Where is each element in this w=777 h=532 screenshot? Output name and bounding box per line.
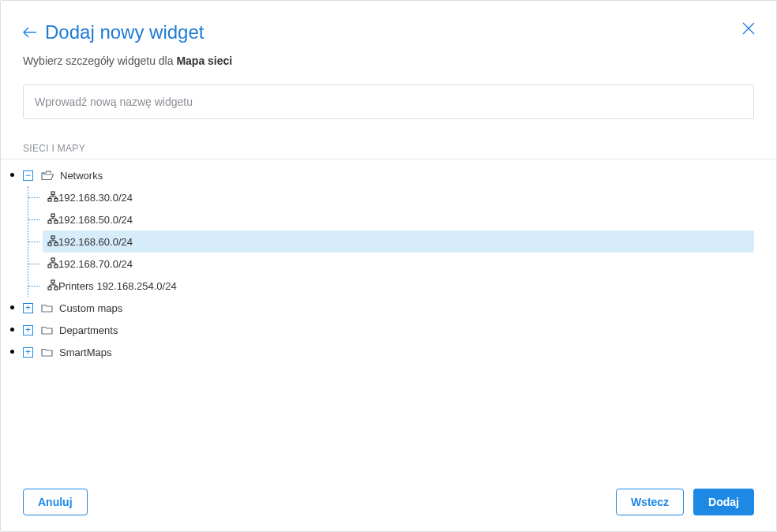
tree-folder-departments[interactable]: + Departments [23, 319, 754, 341]
subtitle-prefix: Wybierz szczegóły widgetu dla [23, 54, 176, 67]
section-label: SIECI I MAPY [23, 143, 754, 154]
network-icon [47, 213, 58, 227]
network-icon [47, 235, 58, 249]
tree-folder-label: Custom maps [59, 302, 122, 314]
svg-rect-3 [51, 214, 54, 217]
tree-item-network[interactable]: 192.168.30.0/24 [43, 186, 754, 208]
svg-rect-10 [48, 264, 51, 268]
svg-rect-12 [51, 280, 54, 283]
modal-subtitle: Wybierz szczegóły widgetu dla Mapa sieci [23, 54, 754, 67]
folder-icon [41, 325, 53, 335]
tree-folder-networks[interactable]: − Networks [23, 164, 754, 186]
tree-item-label: 192.168.30.0/24 [58, 192, 133, 204]
tree-item-label: 192.168.50.0/24 [58, 214, 133, 226]
tree-item-network[interactable]: 192.168.50.0/24 [43, 208, 754, 230]
tree-folder-label: Departments [59, 324, 118, 336]
svg-rect-2 [54, 198, 58, 201]
modal-header: Dodaj nowy widget Wybierz szczegóły widg… [1, 1, 776, 84]
svg-rect-0 [51, 192, 54, 195]
tree-connector [28, 208, 43, 230]
tree-connector [28, 230, 43, 253]
network-icon [47, 191, 58, 204]
expand-icon[interactable]: + [23, 303, 33, 313]
svg-rect-5 [54, 220, 58, 223]
tree-container: − Networks [1, 159, 776, 476]
widget-name-input[interactable] [23, 84, 754, 119]
svg-rect-7 [48, 242, 51, 245]
modal-title: Dodaj nowy widget [45, 21, 204, 43]
svg-rect-4 [48, 220, 51, 223]
tree-item-network[interactable]: 192.168.60.0/24 [43, 230, 754, 253]
folder-icon [41, 347, 53, 357]
back-button[interactable]: Wstecz [616, 489, 684, 515]
folder-open-icon [41, 170, 54, 181]
modal-footer: Anuluj Wstecz Dodaj [1, 476, 776, 531]
add-widget-modal: Dodaj nowy widget Wybierz szczegóły widg… [0, 0, 777, 532]
svg-rect-13 [48, 287, 51, 290]
svg-rect-11 [54, 264, 58, 268]
tree-connector [28, 253, 43, 275]
tree-folder-label: Networks [60, 170, 103, 182]
add-button[interactable]: Dodaj [693, 489, 754, 515]
subtitle-bold: Mapa sieci [176, 54, 232, 67]
folder-icon [41, 303, 53, 313]
tree-connector [28, 186, 43, 208]
network-icon [47, 257, 58, 271]
svg-rect-6 [51, 236, 54, 239]
tree-item-label: 192.168.70.0/24 [58, 258, 133, 270]
svg-rect-14 [54, 287, 58, 290]
cancel-button[interactable]: Anuluj [23, 489, 88, 515]
tree-connector [28, 275, 43, 297]
tree-item-label: 192.168.60.0/24 [58, 236, 133, 248]
network-icon [47, 279, 58, 293]
tree-item-label: Printers 192.168.254.0/24 [58, 280, 177, 292]
expand-icon[interactable]: + [23, 325, 33, 335]
tree-item-network[interactable]: 192.168.70.0/24 [43, 253, 754, 275]
svg-rect-9 [51, 258, 54, 261]
tree-folder-label: SmartMaps [59, 347, 111, 358]
tree-folder-smartmaps[interactable]: + SmartMaps [23, 341, 754, 363]
close-icon[interactable] [741, 21, 756, 39]
collapse-icon[interactable]: − [23, 170, 33, 181]
expand-icon[interactable]: + [23, 347, 33, 358]
tree-folder-custom-maps[interactable]: + Custom maps [23, 297, 754, 319]
tree-item-network[interactable]: Printers 192.168.254.0/24 [43, 275, 754, 297]
back-arrow-icon[interactable] [23, 27, 37, 38]
svg-rect-1 [48, 198, 51, 201]
svg-rect-8 [54, 242, 58, 245]
